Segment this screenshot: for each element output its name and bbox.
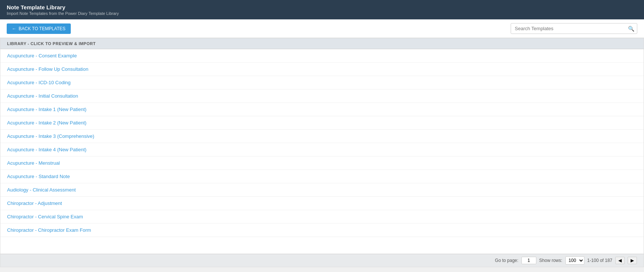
list-item[interactable]: Acupuncture - Menstrual (0, 156, 644, 170)
library-section-label: LIBRARY - CLICK TO PREVIEW & IMPORT (7, 41, 96, 46)
search-wrapper: 🔍 (511, 23, 637, 34)
list-item[interactable]: Acupuncture - Intake 2 (New Patient) (0, 116, 644, 130)
next-page-button[interactable]: ▶ (628, 257, 637, 264)
list-item[interactable]: Acupuncture - Intake 3 (Comprehensive) (0, 130, 644, 143)
list-item[interactable]: Chiropractor - Chiropractor Exam Form (0, 224, 644, 237)
list-item[interactable]: Chiropractor - Cervical Spine Exam (0, 210, 644, 224)
list-item[interactable]: Acupuncture - Intake 4 (New Patient) (0, 143, 644, 156)
page-number-input[interactable] (521, 257, 536, 264)
footer: Go to page: Show rows: 102550100 1-100 o… (0, 254, 644, 267)
page-subtitle: Import Note Templates from the Power Dia… (7, 11, 637, 16)
back-button-label: BACK TO TEMPLATES (19, 26, 66, 31)
go-to-page-label: Go to page: (495, 258, 518, 263)
list-item[interactable]: Acupuncture - Intake 1 (New Patient) (0, 103, 644, 116)
toolbar: ← BACK TO TEMPLATES 🔍 (0, 19, 644, 38)
search-input[interactable] (511, 23, 637, 34)
page-count-label: 1-100 of 187 (587, 258, 612, 263)
list-item[interactable]: Audiology - Clinical Assessment (0, 183, 644, 197)
chevron-right-icon: ▶ (631, 258, 634, 263)
page-header: Note Template Library Import Note Templa… (0, 0, 644, 19)
page-title: Note Template Library (7, 4, 637, 10)
rows-per-page-select[interactable]: 102550100 (565, 256, 584, 265)
list-item[interactable]: Acupuncture - Initial Consultation (0, 89, 644, 103)
library-header: LIBRARY - CLICK TO PREVIEW & IMPORT (0, 38, 644, 49)
arrow-left-icon: ← (12, 26, 16, 31)
back-to-templates-button[interactable]: ← BACK TO TEMPLATES (7, 23, 71, 34)
template-list[interactable]: Acupuncture - Consent ExampleAcupuncture… (0, 49, 644, 254)
list-item[interactable]: Chiropractor - Adjustment (0, 197, 644, 210)
prev-page-button[interactable]: ◀ (615, 257, 625, 264)
list-item[interactable]: Acupuncture - Standard Note (0, 170, 644, 183)
content-area: LIBRARY - CLICK TO PREVIEW & IMPORT Acup… (0, 38, 644, 267)
chevron-left-icon: ◀ (618, 258, 622, 263)
list-item[interactable]: Acupuncture - Consent Example (0, 49, 644, 63)
search-icon: 🔍 (628, 26, 634, 32)
show-rows-label: Show rows: (539, 258, 562, 263)
list-item[interactable]: Acupuncture - Follow Up Consultation (0, 63, 644, 76)
list-item[interactable]: Acupuncture - ICD-10 Coding (0, 76, 644, 89)
